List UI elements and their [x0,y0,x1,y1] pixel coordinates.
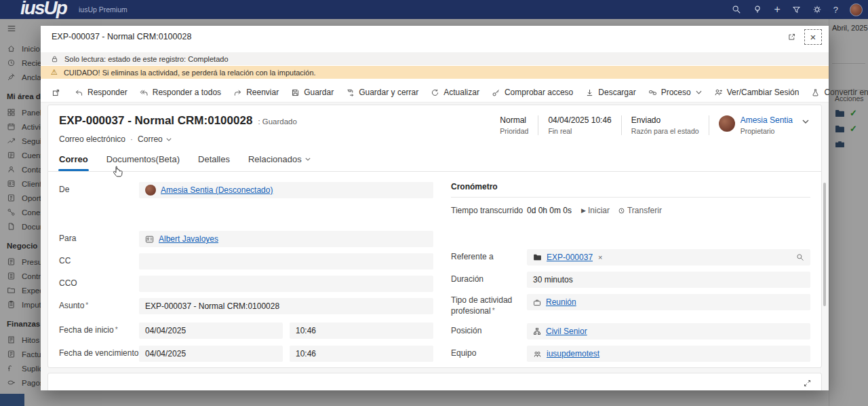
field-label-de: De [59,185,139,196]
reply-all-button[interactable]: Responder a todos [134,83,227,102]
field-tipo-actividad[interactable]: Reunión [527,294,810,310]
settings-gear-icon[interactable] [812,5,822,14]
lightbulb-icon[interactable] [753,5,762,14]
form-selector[interactable]: Correo [138,134,172,144]
field-referente-a[interactable]: EXP-000037 × [527,249,810,265]
check-access-button[interactable]: Comprobar acceso [486,83,579,102]
convert-to-button[interactable]: Convertir en [805,83,868,102]
field-fecha-vencimiento-time[interactable]: 10:46 [290,346,433,362]
contact-card-icon [145,236,154,243]
owner-link[interactable]: Amesia Sentia [741,115,793,125]
download-icon [585,88,594,97]
header-expand-chevron-icon[interactable] [802,119,809,124]
field-label-fecha-inicio: Fecha de inicio* [59,325,139,336]
warning-icon: ⚠ [51,69,58,76]
process-button[interactable]: Proceso [642,83,708,102]
field-fecha-inicio-time[interactable]: 10:46 [290,322,433,339]
user-avatar[interactable] [850,3,863,16]
session-user-icon [714,88,723,97]
record-tabs: Correo Documentos(Beta) Detalles Relacio… [48,144,821,172]
sender-avatar [145,185,156,196]
timer-row: Tiempo transcurrido 0d 0h 0m 0s ▶Iniciar… [451,206,810,215]
tab-correo[interactable]: Correo [59,154,88,171]
remove-regarding-icon[interactable]: × [598,253,602,261]
header-field-end-date: 04/04/2025 10:46 Fin real [538,115,621,135]
convert-icon [811,88,820,97]
field-label-cc: CC [59,256,139,267]
popout-icon[interactable] [787,33,796,41]
filter-icon[interactable] [792,5,801,14]
save-and-close-button[interactable]: Guardar y cerrar [340,83,425,102]
download-button[interactable]: Descargar [579,83,642,102]
field-label-fecha-vencimiento: Fecha de vencimiento [59,348,139,359]
header-field-priority: Normal Prioridad [490,115,538,135]
save-close-icon [346,88,355,97]
field-duracion[interactable]: 30 minutos [527,272,810,288]
forward-button[interactable]: Reenviar [227,83,285,102]
command-bar: Responder Responder a todos Reenviar Gua… [41,83,829,103]
record-dialog: EXP-000037 - Normal CRM:0100028 × Solo l… [41,26,829,390]
add-icon[interactable]: + [774,4,780,15]
field-posicion[interactable]: Civil Senior [527,323,810,339]
owner-avatar [719,115,735,132]
elapsed-time-label: Tiempo transcurrido [451,206,527,215]
readonly-banner: Solo lectura: estado de este registro: C… [41,52,829,65]
close-icon[interactable]: × [807,32,819,42]
team-icon [533,350,542,358]
field-fecha-inicio-date[interactable]: 04/04/2025 [139,322,283,339]
folder-icon [533,254,542,261]
recipient-link[interactable]: Albert Javaloyes [159,234,218,244]
team-link[interactable]: iusupdemotest [547,349,599,358]
required-marker: * [492,307,495,314]
field-label-equipo: Equipo [451,348,527,359]
field-asunto[interactable]: EXP-000037 - Normal CRM:0100028 [139,298,433,314]
process-icon [648,88,657,97]
org-chart-icon [533,327,541,335]
search-icon[interactable] [732,5,741,14]
tab-detalles[interactable]: Detalles [198,154,230,171]
timer-start-button[interactable]: ▶Iniciar [581,206,610,215]
tab-relacionados[interactable]: Relacionados [248,154,311,171]
field-cc[interactable] [139,253,433,270]
change-session-button[interactable]: Ver/Cambiar Sesión [708,83,806,102]
position-link[interactable]: Civil Senior [546,327,587,336]
play-icon: ▶ [581,207,586,214]
field-de[interactable]: Amesia Sentia (Desconectado) [139,182,433,198]
reply-all-icon [140,88,149,97]
field-cco[interactable] [139,276,433,292]
header-field-owner[interactable]: Amesia Sentia Propietario [709,115,798,135]
field-fecha-vencimiento-date[interactable]: 04/04/2025 [139,346,283,362]
field-para[interactable]: Albert Javaloyes [139,231,433,247]
help-icon[interactable]: ? [833,5,838,14]
expand-editor-icon[interactable] [803,379,812,388]
readonly-banner-text: Solo lectura: estado de este registro: C… [64,55,229,63]
save-button[interactable]: Guardar [285,83,340,102]
sender-link[interactable]: Amesia Sentia (Desconectado) [161,185,273,195]
dialog-scrollbar[interactable] [823,183,826,306]
email-body-toolbar [47,373,822,390]
record-form-card: EXP-000037 - Normal CRM:0100028 : Guarda… [47,105,822,368]
chevron-down-icon [166,138,172,141]
activity-type-link[interactable]: Reunión [546,297,576,307]
field-equipo[interactable]: iusupdemotest [527,346,810,362]
tab-documentos-beta[interactable]: Documentos(Beta) [106,154,180,171]
lock-icon [51,55,58,63]
timer-transfer-button[interactable]: Transferir [618,206,662,215]
app-name: iusUp Premium [79,5,127,14]
dialog-title: EXP-000037 - Normal CRM:0100028 [52,32,787,41]
lookup-search-icon[interactable] [796,253,804,261]
required-marker: * [115,326,118,333]
briefcase-icon [533,299,541,306]
field-label-tipo-actividad: Tipo de actividad profesional* [451,294,527,316]
popout-form-button[interactable] [47,83,64,102]
refresh-button[interactable]: Actualizar [425,83,486,102]
field-label-duracion: Duración [451,274,527,285]
record-title: EXP-000037 - Normal CRM:0100028 [59,114,252,128]
required-marker: * [85,301,88,309]
chevron-down-icon [696,90,702,94]
warning-banner-text: CUIDADO! Si eliminas la actividad, se pe… [64,69,316,77]
timer-clock-icon [618,207,625,215]
reply-button[interactable]: Responder [68,83,134,102]
regarding-record-link[interactable]: EXP-000037 [547,253,593,262]
field-label-referente-a: Referente a [451,252,527,263]
